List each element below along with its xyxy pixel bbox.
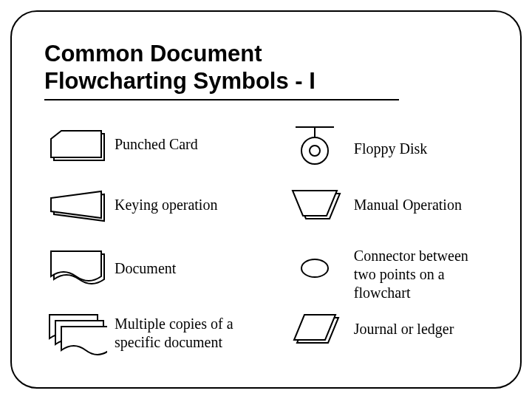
svg-marker-1 [51,131,101,157]
manual-operation-label: Manual Operation [347,196,462,214]
journal-label: Journal or ledger [347,320,454,338]
connector-label: Connector between two points on a flowch… [347,247,488,302]
document-icon [44,247,107,290]
multiple-copies-icon [44,310,107,358]
multiple-copies-label: Multiple copies of a specific document [107,310,255,352]
keying-operation-icon [44,186,107,223]
manual-operation-icon [284,186,347,223]
connector-icon [284,247,347,281]
floppy-disk-label: Floppy Disk [347,140,427,158]
svg-point-10 [301,259,328,277]
punched-card-icon [44,126,107,163]
slide-title: Common Document Flowcharting Symbols - I [44,40,488,95]
journal-icon [284,310,347,347]
floppy-disk-icon [284,126,347,171]
punched-card-label: Punched Card [107,135,198,154]
symbol-grid: Punched Card Floppy Disk [44,121,488,372]
document-label: Document [107,259,176,278]
keying-operation-label: Keying operation [107,196,217,214]
slide-content: Common Document Flowcharting Symbols - I… [10,10,522,389]
title-underline [44,99,399,100]
svg-point-5 [310,146,320,156]
